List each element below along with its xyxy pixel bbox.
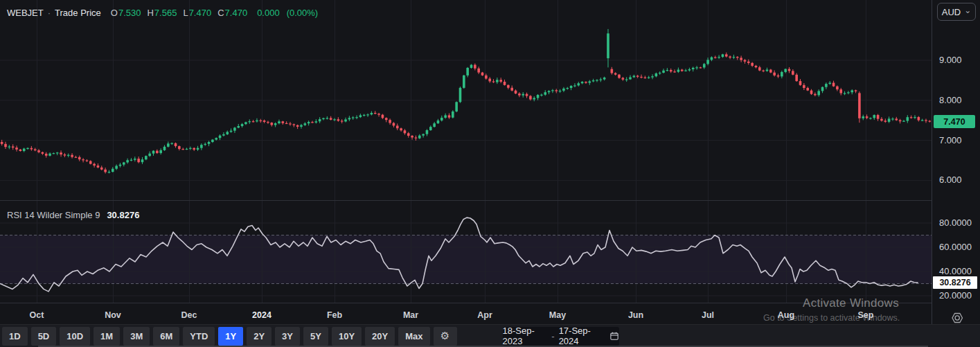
range-button-5d[interactable]: 5D	[31, 327, 57, 346]
price-axis-tick: 9.000	[939, 54, 962, 66]
ohlc-c: C7.470	[217, 8, 247, 18]
ohlc-values: O7.530H7.565L7.470C7.470	[111, 8, 247, 18]
svg-text:Aug: Aug	[778, 310, 794, 320]
ohlc-o: O7.530	[111, 8, 141, 18]
price-change-pct: (0.00%)	[287, 8, 319, 18]
range-button-3m[interactable]: 3M	[123, 327, 150, 346]
price-header: WEBJET · Trade Price O7.530H7.565L7.470C…	[7, 6, 318, 19]
calendar-icon	[610, 331, 618, 341]
range-button-1d[interactable]: 1D	[2, 327, 28, 346]
time-axis-labels: OctNovDec2024FebMarAprMayJunJulAugSep	[30, 310, 874, 320]
header-separator: ·	[48, 8, 51, 18]
price-axis-tick: 7.000	[939, 134, 962, 147]
range-button-1y[interactable]: 1Y	[218, 327, 243, 346]
date-separator: -	[551, 331, 554, 341]
range-button-20y[interactable]: 20Y	[365, 327, 395, 346]
price-axis-tick: 6.000	[939, 174, 962, 186]
rsi-band	[0, 235, 932, 284]
range-button-ytd[interactable]: YTD	[183, 327, 215, 346]
trading-chart-app: { "header": { "symbol": "WEBJET", "separ…	[0, 0, 980, 347]
currency-selector[interactable]: AUD ⌄	[937, 3, 976, 21]
svg-text:Apr: Apr	[477, 310, 492, 320]
rsi-axis-tick: 20.0000	[939, 290, 972, 302]
last-price-badge: 7.470	[934, 115, 975, 128]
ohlc-l: L7.470	[183, 8, 211, 18]
range-button-10y[interactable]: 10Y	[332, 327, 362, 346]
svg-text:Feb: Feb	[327, 310, 343, 320]
chevron-down-icon: ⌄	[964, 8, 971, 13]
bottom-toolbar: 1D5D10D1M3M6MYTD1Y2Y3Y5Y10Y20YMax ⚙ 18-S…	[0, 324, 980, 347]
rsi-title: RSI 14 Wilder Simple 9	[7, 210, 100, 220]
rsi-axis-tick: 80.0000	[939, 217, 972, 229]
svg-text:2024: 2024	[252, 310, 271, 320]
range-button-3y[interactable]: 3Y	[275, 327, 300, 346]
svg-text:Dec: Dec	[181, 310, 197, 320]
rsi-indicator-header: RSI 14 Wilder Simple 9 30.8276	[7, 209, 139, 220]
rsi-value-badge: 30.8276	[933, 276, 977, 289]
right-price-axis[interactable]: AUD ⌄ 9.0008.0007.0006.000 7.470 80.0000…	[932, 0, 980, 324]
rsi-axis-tick: 60.0000	[939, 241, 972, 253]
svg-text:Mar: Mar	[403, 310, 418, 320]
date-from: 18-Sep-2023	[503, 326, 548, 346]
candlestick-series	[1, 29, 931, 174]
ohlc-h: H7.565	[147, 8, 177, 18]
svg-text:Sep: Sep	[858, 310, 874, 320]
date-range-picker[interactable]: 18-Sep-2023 - 17-Sep-2024	[503, 327, 619, 346]
currency-label: AUD	[942, 7, 961, 17]
symbol-name: WEBJET	[7, 8, 44, 18]
range-buttons: 1D5D10D1M3M6MYTD1Y2Y3Y5Y10Y20YMax	[2, 327, 430, 346]
series-name: Trade Price	[55, 8, 101, 18]
chart-settings-button[interactable]: ⚙	[434, 327, 457, 346]
rsi-value: 30.8276	[107, 210, 139, 220]
range-button-5y[interactable]: 5Y	[303, 327, 328, 346]
svg-text:Jun: Jun	[628, 310, 643, 320]
price-change: 0.000	[257, 8, 280, 18]
svg-text:Jul: Jul	[702, 310, 714, 320]
range-button-10d[interactable]: 10D	[60, 327, 90, 346]
range-button-6m[interactable]: 6M	[153, 327, 179, 346]
range-button-2y[interactable]: 2Y	[247, 327, 271, 346]
range-button-1m[interactable]: 1M	[93, 327, 120, 346]
range-button-max[interactable]: Max	[398, 327, 429, 346]
svg-text:Nov: Nov	[105, 310, 121, 320]
date-to: 17-Sep-2024	[559, 326, 604, 346]
svg-text:May: May	[549, 310, 566, 320]
price-axis-tick: 8.000	[939, 94, 962, 107]
svg-text:Oct: Oct	[30, 310, 45, 320]
gear-icon: ⚙	[440, 330, 449, 342]
chart-plot-area[interactable]: OctNovDec2024FebMarAprMayJunJulAugSep	[0, 0, 932, 324]
